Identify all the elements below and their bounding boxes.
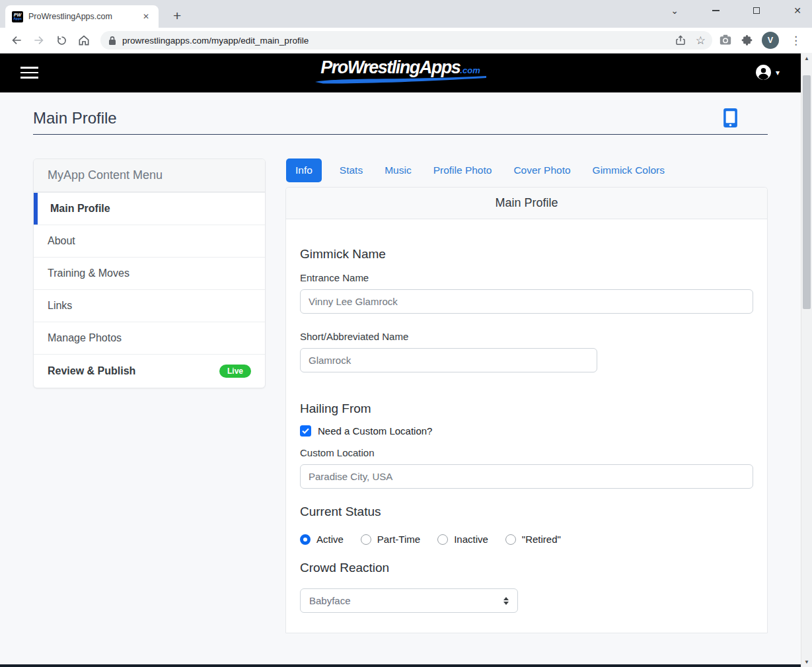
sidebar-item-training-moves[interactable]: Training & Moves (34, 257, 265, 289)
browser-toolbar: prowrestlingapps.com/myapp/edit_main_pro… (0, 28, 812, 53)
custom-location-label: Custom Location (300, 447, 753, 458)
reload-button[interactable] (52, 30, 71, 50)
page-title: Main Profile (33, 109, 117, 127)
sidebar-item-review-publish[interactable]: Review & Publish Live (34, 354, 265, 388)
page-content: Main Profile MyApp Content Menu Main Pro… (0, 92, 801, 666)
page-title-row: Main Profile (33, 92, 768, 127)
radio-label: Part-Time (377, 534, 420, 545)
tab-close-icon[interactable]: ✕ (140, 11, 152, 22)
window-chevron-icon[interactable]: ⌄ (669, 5, 680, 16)
logo-tld: .com (460, 65, 480, 75)
tab-info[interactable]: Info (286, 158, 322, 182)
tab-title: ProWrestlingApps.com (28, 12, 135, 21)
mobile-phone-icon[interactable] (723, 108, 737, 127)
check-icon (302, 428, 309, 434)
crowd-reaction-value: Babyface (309, 595, 351, 606)
home-button[interactable] (74, 30, 94, 50)
account-menu[interactable]: ▾ (755, 64, 780, 81)
tab-music[interactable]: Music (381, 158, 415, 182)
radio-active[interactable] (300, 534, 311, 545)
tab-cover-photo[interactable]: Cover Photo (509, 158, 574, 182)
myapp-content-menu: MyApp Content Menu Main Profile About Tr… (33, 158, 266, 388)
window-maximize-button[interactable] (751, 5, 762, 16)
radio-option-active[interactable]: Active (300, 534, 344, 545)
browser-tab[interactable]: PW Apps ProWrestlingApps.com ✕ (5, 5, 159, 28)
sidebar-item-label: Manage Photos (48, 332, 122, 344)
browser-profile-avatar[interactable]: V (762, 32, 779, 49)
logo-text: ProWrestlingApps (320, 57, 460, 77)
section-heading-current-status: Current Status (300, 505, 753, 519)
logo-swoosh (314, 75, 487, 84)
address-bar[interactable]: prowrestlingapps.com/myapp/edit_main_pro… (100, 31, 712, 50)
crowd-reaction-select[interactable]: Babyface (300, 588, 518, 613)
sidebar-item-label: Main Profile (50, 203, 110, 215)
custom-location-input[interactable] (300, 464, 753, 489)
browser-window: PW Apps ProWrestlingApps.com ✕ + ⌄ ✕ (0, 0, 812, 667)
lock-icon (108, 36, 116, 46)
window-controls: ⌄ ✕ (669, 0, 803, 21)
radio-label: "Retired" (522, 534, 561, 545)
short-name-input[interactable] (300, 348, 597, 372)
sidebar-item-label: Review & Publish (48, 365, 135, 377)
tab-profile-photo[interactable]: Profile Photo (429, 158, 496, 182)
section-heading-hailing-from: Hailing From (300, 402, 753, 416)
window-minimize-button[interactable] (710, 5, 721, 16)
main-profile-card: Main Profile Gimmick Name Entrance Name … (285, 187, 768, 633)
tab-gimmick-colors[interactable]: Gimmick Colors (589, 158, 669, 182)
scrollbar-thumb[interactable] (803, 75, 811, 309)
card-header: Main Profile (286, 188, 767, 219)
radio-label: Active (316, 534, 344, 545)
tab-stats[interactable]: Stats (336, 158, 367, 182)
extensions-puzzle-icon[interactable] (741, 34, 753, 47)
sidebar-item-main-profile[interactable]: Main Profile (34, 192, 265, 225)
sidebar-item-manage-photos[interactable]: Manage Photos (34, 322, 265, 354)
camera-icon[interactable] (719, 34, 732, 46)
account-circle-icon (755, 64, 772, 81)
home-icon (77, 34, 91, 47)
radio-inactive[interactable] (437, 534, 448, 545)
share-icon[interactable] (675, 34, 686, 46)
section-heading-crowd-reaction: Crowd Reaction (300, 561, 753, 575)
sidebar-item-links[interactable]: Links (34, 289, 265, 322)
site-favicon: PW Apps (12, 11, 23, 22)
forward-button[interactable] (29, 30, 49, 50)
back-icon (10, 34, 23, 47)
main-column: Info Stats Music Profile Photo Cover Pho… (285, 158, 768, 633)
browser-tab-strip: PW Apps ProWrestlingApps.com ✕ + ⌄ ✕ (0, 0, 812, 28)
radio-part-time[interactable] (361, 534, 371, 545)
scrollbar-down-arrow[interactable]: ▼ (801, 656, 812, 667)
hamburger-menu-icon[interactable] (20, 67, 38, 79)
bookmark-star-icon[interactable]: ☆ (696, 34, 706, 48)
new-tab-button[interactable]: + (168, 8, 186, 28)
radio-option-inactive[interactable]: Inactive (437, 534, 488, 545)
entrance-name-label: Entrance Name (300, 272, 753, 283)
radio-retired[interactable] (505, 534, 516, 545)
url-text[interactable]: prowrestlingapps.com/myapp/edit_main_pro… (122, 36, 669, 46)
extension-icons: V ⋮ (719, 32, 805, 49)
window-close-button[interactable]: ✕ (792, 5, 803, 16)
radio-option-part-time[interactable]: Part-Time (361, 534, 420, 545)
section-heading-gimmick-name: Gimmick Name (300, 247, 753, 262)
custom-location-checkbox[interactable] (300, 425, 311, 437)
reload-icon (55, 34, 68, 47)
back-button[interactable] (7, 30, 26, 50)
sidebar-item-about[interactable]: About (34, 225, 265, 257)
entrance-name-input[interactable] (300, 289, 753, 314)
menu-header: MyApp Content Menu (34, 159, 265, 192)
radio-option-retired[interactable]: "Retired" (505, 534, 561, 545)
sidebar-item-label: Links (48, 300, 72, 312)
title-divider (33, 134, 768, 135)
page-scrollbar[interactable]: ▲ ▼ (801, 53, 812, 667)
account-caret-icon: ▾ (776, 68, 780, 77)
select-updown-icon (503, 597, 509, 605)
site-header: ProWrestlingApps.com ▾ (0, 53, 801, 92)
favicon-subtext: Apps (13, 17, 22, 20)
scrollbar-up-arrow[interactable]: ▲ (801, 53, 812, 63)
minimize-icon (712, 10, 720, 11)
custom-location-checkbox-label[interactable]: Need a Custom Location? (318, 425, 432, 437)
omnibox-icons: ☆ (675, 34, 706, 48)
site-logo: ProWrestlingApps.com (0, 57, 801, 84)
footer-edge (0, 664, 801, 667)
browser-menu-icon[interactable]: ⋮ (788, 34, 804, 48)
maximize-icon (753, 7, 760, 14)
